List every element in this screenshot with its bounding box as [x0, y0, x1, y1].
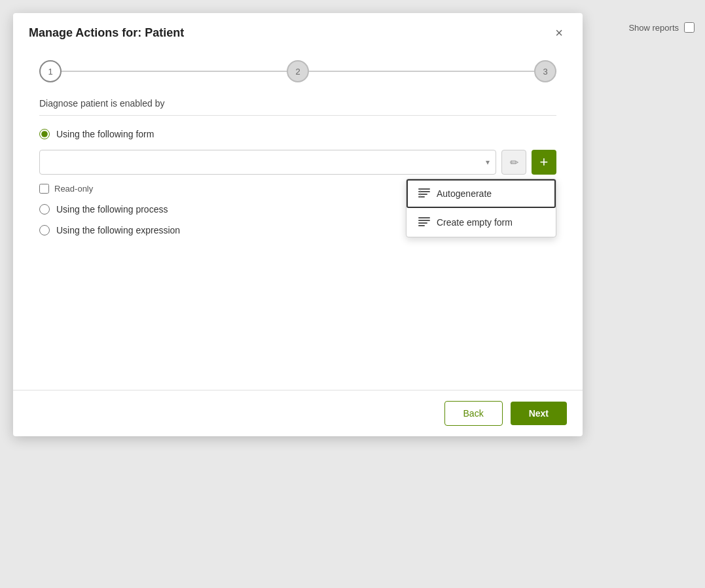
- radio-form-label: Using the following form: [56, 129, 154, 139]
- stepper-steps: 1 2 3: [39, 60, 556, 82]
- autogenerate-label: Autogenerate: [437, 188, 492, 199]
- svg-rect-4: [420, 189, 421, 198]
- plus-icon: +: [540, 155, 549, 169]
- radio-option-form[interactable]: Using the following form: [39, 129, 556, 139]
- select-wrapper: ▾: [39, 150, 496, 175]
- stepper: 1 2 3: [39, 60, 556, 82]
- modal: Manage Actions for: Patient × 1 2 3 Diag…: [13, 13, 583, 436]
- right-panel: Show reports: [594, 13, 705, 42]
- radio-form[interactable]: [39, 129, 50, 139]
- svg-rect-5: [418, 217, 430, 218]
- svg-rect-3: [418, 196, 425, 198]
- content-spacer: [39, 246, 556, 377]
- add-button[interactable]: +: [532, 150, 556, 175]
- radio-expression[interactable]: [39, 225, 50, 235]
- step-3[interactable]: 3: [534, 60, 556, 82]
- next-button[interactable]: Next: [511, 402, 567, 425]
- form-select[interactable]: [39, 150, 496, 175]
- autogenerate-icon: [418, 188, 430, 199]
- svg-rect-7: [418, 222, 427, 224]
- modal-content: Diagnose patient is enabled by Using the…: [13, 98, 583, 390]
- show-reports-checkbox[interactable]: [684, 22, 695, 33]
- svg-rect-8: [418, 225, 425, 226]
- radio-expression-label: Using the following expression: [56, 225, 180, 235]
- stepper-container: 1 2 3: [13, 50, 583, 98]
- edit-icon: ✏: [510, 156, 518, 169]
- radio-process-label: Using the following process: [56, 204, 168, 215]
- dropdown-item-create-empty[interactable]: Create empty form: [407, 208, 556, 237]
- svg-rect-6: [418, 220, 430, 221]
- page-wrapper: Show reports Manage Actions for: Patient…: [0, 0, 705, 588]
- radio-process[interactable]: [39, 204, 50, 215]
- section-title: Diagnose patient is enabled by: [39, 98, 556, 116]
- create-empty-label: Create empty form: [437, 217, 513, 228]
- back-button[interactable]: Back: [444, 401, 503, 426]
- modal-footer: Back Next: [13, 390, 583, 436]
- readonly-label: Read-only: [54, 184, 93, 194]
- form-row: ▾ ✏ +: [39, 150, 556, 175]
- modal-title: Manage Actions for: Patient: [29, 26, 184, 40]
- step-1[interactable]: 1: [39, 60, 62, 82]
- step-2[interactable]: 2: [287, 60, 309, 82]
- edit-button[interactable]: ✏: [501, 150, 526, 175]
- readonly-checkbox[interactable]: [39, 184, 49, 194]
- create-empty-icon: [418, 217, 430, 228]
- modal-header: Manage Actions for: Patient ×: [13, 13, 583, 50]
- close-button[interactable]: ×: [551, 25, 567, 41]
- show-reports-label: Show reports: [628, 23, 679, 33]
- add-dropdown-popup: Autogenerate Create: [406, 179, 556, 237]
- dropdown-item-autogenerate[interactable]: Autogenerate: [407, 179, 556, 208]
